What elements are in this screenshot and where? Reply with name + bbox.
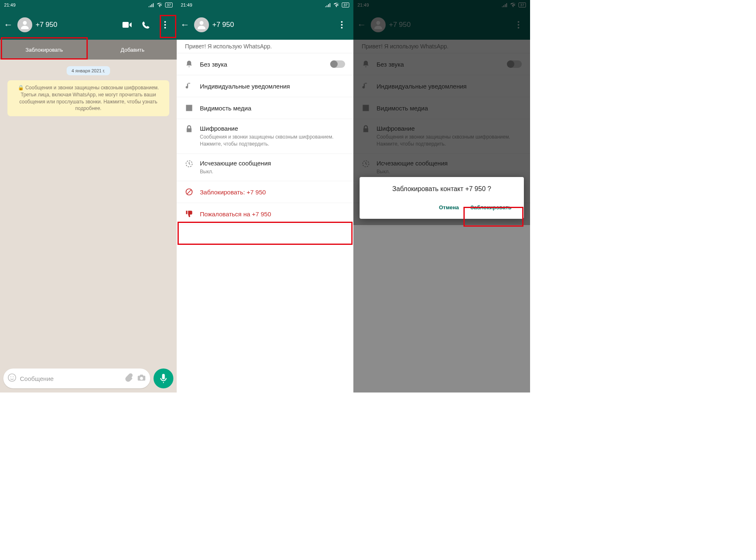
music-note-icon xyxy=(185,82,193,90)
block-button[interactable]: Заблокировать xyxy=(0,40,89,60)
dialog-title: Заблокировать контакт +7 950 ? xyxy=(367,184,516,194)
media-visibility-row[interactable]: Видимость медиа xyxy=(177,97,353,119)
emoji-icon[interactable] xyxy=(7,373,17,384)
voice-call-icon[interactable] xyxy=(141,20,151,30)
encryption-row[interactable]: Шифрование Сообщения и звонки защищены с… xyxy=(177,119,353,154)
svg-line-13 xyxy=(187,190,191,194)
svg-point-6 xyxy=(13,376,14,377)
wifi-icon xyxy=(157,2,163,7)
confirm-block-button[interactable]: Заблокировать xyxy=(466,201,516,214)
message-input[interactable]: Сообщение xyxy=(3,369,150,388)
svg-point-5 xyxy=(10,376,11,377)
add-contact-button[interactable]: Добавить xyxy=(89,40,177,60)
wifi-icon xyxy=(334,2,339,7)
voice-record-button[interactable] xyxy=(154,369,173,388)
svg-point-9 xyxy=(341,24,343,26)
bell-icon xyxy=(185,60,193,68)
highlight-block-row xyxy=(178,222,353,245)
timer-icon xyxy=(185,160,193,168)
disappearing-row[interactable]: Исчезающие сообщения Выкл. xyxy=(177,154,353,182)
svg-point-0 xyxy=(23,21,26,25)
battery-indicator: 37 xyxy=(342,2,349,7)
attach-icon[interactable] xyxy=(125,373,134,384)
svg-point-8 xyxy=(341,21,343,23)
clock: 21:49 xyxy=(181,2,192,7)
avatar[interactable] xyxy=(17,17,32,32)
chat-header: ← +7 950 xyxy=(0,10,177,40)
cancel-button[interactable]: Отмена xyxy=(434,201,464,214)
camera-icon[interactable] xyxy=(137,373,146,384)
video-call-icon[interactable] xyxy=(122,20,132,30)
signal-icon xyxy=(149,2,154,7)
block-icon xyxy=(185,188,193,196)
back-button[interactable]: ← xyxy=(2,19,14,30)
clock: 21:49 xyxy=(4,2,16,7)
avatar[interactable] xyxy=(194,17,209,32)
svg-point-3 xyxy=(164,27,166,29)
block-contact-row[interactable]: Заблокировать: +7 950 xyxy=(177,181,353,203)
contact-info-header: ← +7 950 xyxy=(177,10,353,40)
svg-point-7 xyxy=(199,21,203,25)
svg-point-10 xyxy=(341,27,343,29)
svg-point-4 xyxy=(8,374,16,381)
contact-title[interactable]: +7 950 xyxy=(36,21,122,29)
more-menu-icon[interactable] xyxy=(160,20,170,30)
status-bar: 21:49 37 xyxy=(177,0,353,10)
back-button[interactable]: ← xyxy=(179,19,191,30)
more-menu-icon[interactable] xyxy=(337,20,347,30)
unknown-contact-actions: Заблокировать Добавить xyxy=(0,40,177,60)
message-placeholder: Сообщение xyxy=(20,375,121,382)
signal-icon xyxy=(325,2,331,7)
battery-indicator: 37 xyxy=(165,2,173,7)
thumbs-down-icon xyxy=(185,210,193,218)
status-bar: 21:49 37 xyxy=(0,0,177,10)
encryption-notice[interactable]: 🔒 Сообщения и звонки защищены сквозным ш… xyxy=(7,80,169,116)
block-confirm-dialog: Заблокировать контакт +7 950 ? Отмена За… xyxy=(360,177,524,219)
image-icon xyxy=(185,104,193,112)
lock-icon xyxy=(185,125,193,133)
contact-title[interactable]: +7 950 xyxy=(212,21,337,29)
mute-toggle[interactable] xyxy=(330,60,345,68)
status-text: Привет! Я использую WhatsApp. xyxy=(177,40,353,53)
mute-row[interactable]: Без звука xyxy=(177,53,353,75)
notifications-row[interactable]: Индивидуальные уведомления xyxy=(177,75,353,97)
report-contact-row[interactable]: Пожаловаться на +7 950 xyxy=(177,203,353,225)
date-chip: 4 января 2021 г. xyxy=(67,66,110,75)
svg-point-1 xyxy=(164,21,166,23)
svg-point-2 xyxy=(164,24,166,26)
